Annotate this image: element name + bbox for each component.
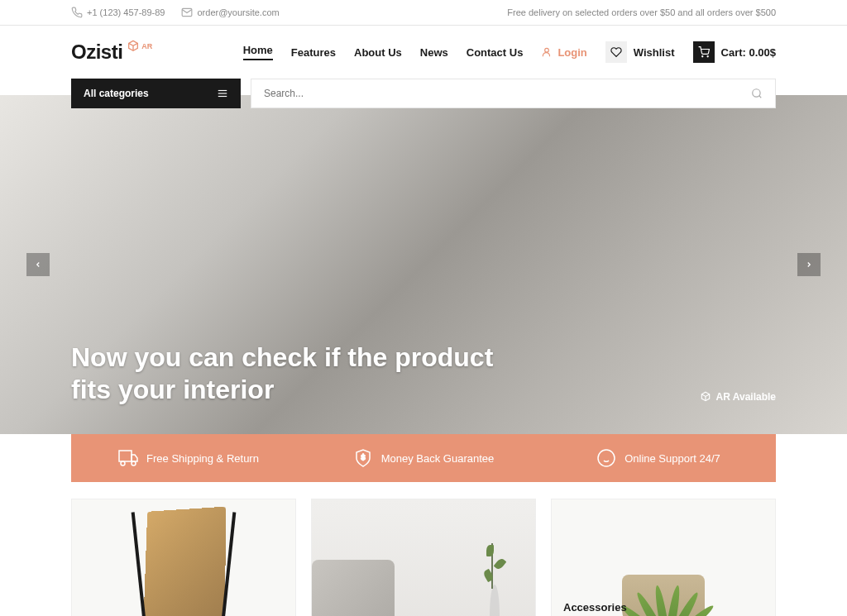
phone-icon [71,7,83,18]
logo-text: Ozisti [71,41,122,64]
main-nav: Home Features About Us News Contact Us L… [243,41,776,63]
topbar: +1 (123) 457-89-89 order@yoursite.com Fr… [0,0,847,26]
menu-icon [217,88,228,99]
logo-badge: AR [127,40,152,53]
plant-image [622,575,705,616]
cart-icon [693,41,715,63]
header: Ozisti AR Home Features About Us News Co… [0,26,847,79]
subheader: All categories [0,79,847,108]
hero-content: Now you can check if the product fits yo… [71,341,493,405]
mail-icon [181,7,193,18]
ar-cube-icon [127,40,140,53]
hero-prev-arrow[interactable] [26,253,50,276]
product-card-chair[interactable] [71,499,296,616]
product-card-accessories[interactable]: Accessories [551,499,776,616]
features-bar: Free Shipping & Return $ Money Back Guar… [71,434,776,482]
headset-icon [596,448,616,468]
svg-rect-9 [119,451,132,461]
email-link[interactable]: order@yoursite.com [181,7,279,18]
svg-text:$: $ [361,453,365,461]
svg-point-13 [598,450,615,466]
feature-moneyback: $ Money Back Guarantee [306,434,541,482]
hero-next-arrow[interactable] [797,253,821,276]
hero-title: Now you can check if the product fits yo… [71,341,493,405]
chair-image [142,508,225,616]
truck-icon [118,448,138,468]
svg-point-2 [701,56,702,57]
phone-link[interactable]: +1 (123) 457-89-89 [71,7,165,18]
logo[interactable]: Ozisti AR [71,41,152,64]
search-icon[interactable] [751,88,763,99]
wishlist-link[interactable]: Wishlist [605,41,675,63]
svg-line-8 [759,96,762,98]
heart-icon [605,41,627,63]
login-link[interactable]: Login [541,46,586,59]
feature-shipping: Free Shipping & Return [71,434,306,482]
svg-point-10 [121,461,125,466]
user-icon [541,46,553,58]
sofa-image [312,499,535,616]
search-input[interactable] [264,79,751,107]
nav-about[interactable]: About Us [354,46,402,59]
ar-cube-icon [700,391,711,403]
svg-point-1 [545,48,549,52]
nav-home[interactable]: Home [243,44,273,60]
svg-point-11 [132,461,136,466]
feature-support: Online Support 24/7 [541,434,776,482]
svg-point-3 [707,56,708,57]
search-box [251,79,776,108]
nav-news[interactable]: News [420,46,448,59]
categories-button[interactable]: All categories [71,79,241,108]
hero-slider: Now you can check if the product fits yo… [0,95,847,434]
delivery-note: Free delivery on selected orders over $5… [507,7,776,17]
ar-available-badge[interactable]: AR Available [700,391,776,403]
shield-icon: $ [353,448,373,468]
nav-contact[interactable]: Contact Us [467,46,524,59]
product-grid: Accessories [0,482,847,616]
svg-point-7 [753,89,760,97]
phone-text: +1 (123) 457-89-89 [87,7,165,17]
nav-features[interactable]: Features [291,46,336,59]
arrow-right-icon [805,260,813,269]
cart-link[interactable]: Cart: 0.00$ [693,41,776,63]
email-text: order@yoursite.com [197,7,279,17]
product-card-sofa[interactable] [311,499,536,616]
arrow-left-icon [34,260,42,269]
product-label: Accessories [563,601,627,614]
